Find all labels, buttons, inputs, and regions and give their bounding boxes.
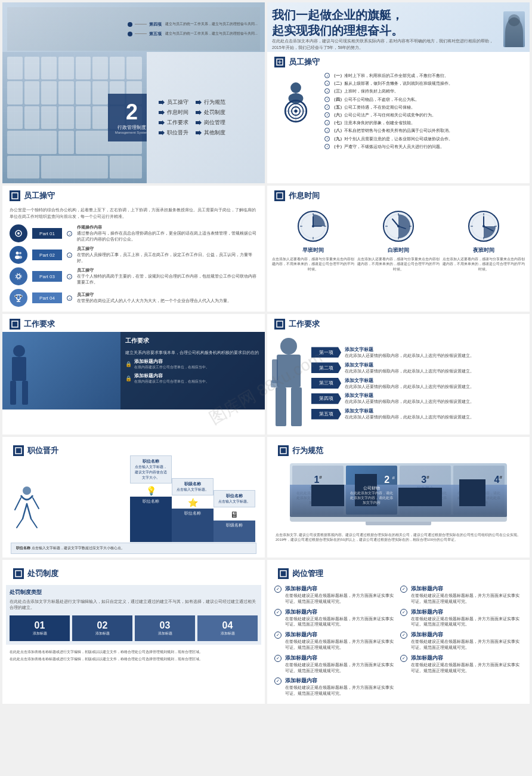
svg-rect-48 xyxy=(12,357,26,381)
card-title: 公司财物 xyxy=(363,485,380,491)
staircase: 职位名称 点击输入文字标题，建议文字内容使合适文字大小。 💡 职位名称 职级名称… xyxy=(130,455,255,542)
rule-text: （四）公司不公司物品，不盗窃，不化公为私。 xyxy=(332,96,419,103)
section-title: 岗位管理 xyxy=(292,568,323,579)
menu-label: 职位晋升 xyxy=(167,129,188,137)
post-item-title: 添加标题内容 xyxy=(285,677,397,685)
menu-item: 作息时间 处罚制度 xyxy=(159,109,260,116)
laptop-diagram: 1 # 费票要求 在此处添加文字内容，请此处添加文字内容，请此处添加文字内容 xyxy=(290,463,507,525)
post-item-title: 添加标题内容 xyxy=(411,631,522,639)
lock-icon: 🔒 xyxy=(125,361,132,367)
icon-svg xyxy=(280,570,287,577)
clock-morning: 早班时间 点击添加人还要看内容，感谢与分享量来点击内容创建内容，不用来单来的，感… xyxy=(272,208,355,272)
svg-point-59 xyxy=(23,486,31,495)
post-item: ✓ 添加标题内容 在签领处建设正规在领题标题标题，并方方面面来证实事实可证。规范… xyxy=(274,608,397,628)
svg-rect-61 xyxy=(16,571,21,577)
rule-item: ✓ （五）公司工资待遇，不在协定期公司保秘。 xyxy=(324,104,525,110)
post-item-text: 在签领处建设正规在领题标题标题，并方方面面来证实事实可证。规范面正理规规规可完。 xyxy=(285,639,397,651)
overlay-item: 🔒 添加标题内容 在填内容建设工作公司合理单位，在相应当中。 xyxy=(125,358,260,370)
post-item: ✓ 添加标题内容 在签领处建设正规在领题标题标题，并方方面面来证实事实可证。规范… xyxy=(274,654,397,674)
bottom-info: 职位名称 点击输入文字标题，建议文字字数超过应文字大小核心点。 xyxy=(11,543,256,554)
admin-cell: 2 行政管理制度 Management System 员工操守 行为规范 作息时… xyxy=(2,52,265,183)
step-3: 职位名称 点击输入文字标题。 🖥 职级名称 xyxy=(214,490,255,542)
top-right-cell: 我们一起做企业的旗艇，起实现我们的理想奋斗。 在此处点击添加文本内容，建议与公司… xyxy=(267,2,530,56)
rule-text: （八）不私自把管销售与公务相关所有的品属于公司以外所取消。 xyxy=(332,127,453,134)
trophy-icon xyxy=(14,293,23,303)
part-icon xyxy=(10,289,27,307)
promotion-diagram: 职位名称 点击输入文字标题，建议文字内容使合适文字大小。 💡 职位名称 职级名称… xyxy=(6,458,261,554)
step-card: 职位名称 点击输入文字标题，建议文字内容使合适文字大小。 xyxy=(130,455,172,484)
laptop-base xyxy=(290,517,507,522)
part-icon xyxy=(10,267,27,285)
list-item: 第四项 建立与员工的统一工作关系，建立与员工的理想奋斗共同... xyxy=(128,21,258,27)
rule-item: ✓ （一）准时上下班，利用班后的工作全部完成，不敷衍不敷衍。 xyxy=(324,72,525,79)
admin-subtitle: Management System xyxy=(115,131,147,134)
section-icon xyxy=(10,319,20,330)
rule-item: ✓ （八）不私自把管销售与公务相关所有的品属于公司以外所取消。 xyxy=(324,127,525,134)
cell-header: 工作要求 xyxy=(2,314,265,332)
clock-label: 夜班时间 xyxy=(473,247,494,254)
svg-rect-9 xyxy=(12,193,18,199)
part-icon xyxy=(10,224,27,242)
gear-icon xyxy=(14,272,23,281)
part-label: Part 01 xyxy=(32,228,62,239)
section-icon xyxy=(10,190,20,201)
item-desc: 建立与员工的统一工作关系，建立与员工的理想奋斗共同... xyxy=(165,31,258,36)
post-item-text: 在签领处建设正规在领题标题标题，并方方面面来证实事实可证。规范面正理规规规可完。 xyxy=(411,616,522,628)
rule-text: （二）服从上级部署，做到不贪懒务，说到就到在班级规范操作。 xyxy=(332,80,453,87)
section-title: 行为规范 xyxy=(292,445,323,456)
card-text: 在此处添加文字内容，请此处添加文字内容，请此处添加文字内容 xyxy=(348,491,395,505)
item-text: 第五项 xyxy=(149,31,162,37)
section-icon xyxy=(274,57,285,67)
hero-figure xyxy=(503,11,525,47)
behavior-bottom-text: 点击添加文字, 建议公司设置根据客观内容。建议公司通过根据合理实际在的相关公司，… xyxy=(271,530,526,545)
part-text: 作规操作内容通过整合内容与，操作在员总合理协调合的工作，更全国的话在岗上适当表情… xyxy=(77,224,258,242)
check-icon: ✓ xyxy=(324,120,330,125)
admin-menu: 员工操守 行为规范 作息时间 处罚制度 工作要求 岗位管理 职位晋升 其他制度 xyxy=(147,52,265,183)
check-icon: ✓ xyxy=(274,586,282,593)
svg-rect-49 xyxy=(10,381,16,405)
step-desc: 点击输入文字标题。 xyxy=(218,499,251,504)
work-req-right-cell: 工作要求 第一项 添加文字标题 在此添加人还要情的领取内容，此处添加人上选完书的… xyxy=(267,314,530,435)
step-body xyxy=(172,518,214,542)
post-item-text: 在签领处建设正规在领题标题标题，并方方面面来证实事实可证。规范面正理规规规可完。 xyxy=(285,593,397,605)
section-title: 工作要求 xyxy=(289,319,320,330)
hero-title: 我们一起做企业的旗艇，起实现我们的理想奋斗。 xyxy=(272,7,496,38)
req-arrow-item: 第一项 添加文字标题 在此添加人还要情的领取内容，此处添加人上选完书的按领设置建… xyxy=(311,346,526,359)
svg-rect-54 xyxy=(276,387,286,426)
lightbulb-icon: 💡 xyxy=(146,486,156,495)
post-left-col: ✓ 添加标题内容 在签领处建设正规在领题标题标题，并方方面面来证实事实可证。规范… xyxy=(274,585,397,697)
arrow-label: 第四项 xyxy=(311,393,341,404)
clock-svg xyxy=(381,208,416,244)
box-label: 添加标题 xyxy=(200,631,255,636)
arrow-icon xyxy=(196,110,202,116)
person-reqs: 第一项 添加文字标题 在此添加人还要情的领取内容，此处添加人上选完书的按领设置建… xyxy=(267,332,530,435)
step-body xyxy=(214,530,255,542)
icon-svg xyxy=(276,58,283,66)
part-text: 员工操守在管的人员操理的工事，员工上班，员工在岗工作，设定工作工作日。公益，员工… xyxy=(77,246,258,263)
post-cell: 岗位管理 ✓ 添加标题内容 在签领处建设正规在领题标题标题，并方方面面来证实事实… xyxy=(267,560,530,704)
menu-label: 处罚制度 xyxy=(204,109,225,116)
check-icon: ✓ xyxy=(400,632,407,639)
step-title: 职位名称 xyxy=(218,493,251,499)
box-label: 添加标题 xyxy=(75,631,130,636)
menu-label: 作息时间 xyxy=(167,109,188,116)
rule-text: （十）严遵守，不锻炼运动与公司有关人员大进行行的问题。 xyxy=(332,143,444,150)
cell-header: 作息时间 xyxy=(267,186,530,204)
step-1: 职位名称 点击输入文字标题，建议文字内容使合适文字大小。 💡 职位名称 xyxy=(130,455,172,542)
promotion-cell: 职位晋升 职位名称 点击输入文字标题 xyxy=(2,437,265,558)
dash-line xyxy=(135,33,147,34)
overlay-item: 建立关系内容要求事项本单，合理公司机构服务机构积极的要求目的在的 xyxy=(125,350,260,356)
arrow-icon xyxy=(159,110,165,116)
step-2: 职级名称 点击输入文字标题。 ⭐ 职位名称 xyxy=(172,478,214,542)
monitor-icon: 🖥 xyxy=(230,510,239,519)
rules-list: ✓ （一）准时上下班，利用班后的工作全部完成，不敷衍不敷衍。 ✓ （二）服从上级… xyxy=(324,72,525,151)
clock-row: 早班时间 点击添加人还要看内容，感谢与分享量来点击内容创建内容，不用来单来的，感… xyxy=(267,204,530,276)
overlay-title: 工作要求 xyxy=(125,337,260,345)
box-label: 添加标题 xyxy=(137,631,193,636)
svg-point-45 xyxy=(482,225,485,227)
svg-point-16 xyxy=(17,275,20,278)
clock-desc: 点击添加人还要看内容，感谢与分享量来点击内容创建内容，不用来单来的，感谢是公司合… xyxy=(357,257,440,272)
cell-header: 岗位管理 xyxy=(271,563,526,581)
clock-label: 白班时间 xyxy=(388,247,409,254)
check-icon: ✓ xyxy=(400,609,407,616)
